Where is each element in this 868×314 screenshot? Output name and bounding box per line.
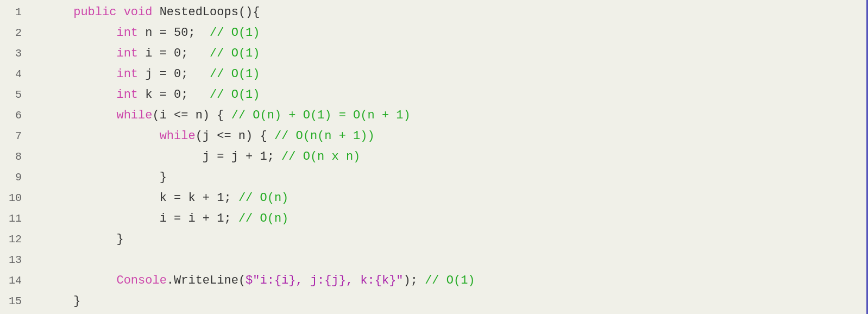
line-number-9: 9 [4,167,22,188]
code-segment: (j <= n) { [196,126,274,147]
code-segment: // O(1) [210,64,260,85]
code-segment: // O(n) + O(1) = O(n + 1) [231,105,411,126]
code-segment: public [73,2,116,23]
line-number-10: 10 [4,188,22,209]
code-segment: // O(1) [210,23,260,43]
code-line-8: j = j + 1; // O(n x n) [30,147,862,167]
code-segment [30,271,116,291]
line-number-5: 5 [4,85,22,105]
code-segment: while [160,126,196,147]
line-number-8: 8 [4,147,22,167]
line-number-13: 13 [4,250,22,271]
code-segment: while [116,105,152,126]
line-number-14: 14 [4,271,22,291]
line-number-12: 12 [4,229,22,250]
code-segment: // O(1) [210,85,260,105]
line-number-7: 7 [4,126,22,147]
code-line-2: int n = 50; // O(1) [30,23,862,43]
code-area: public void NestedLoops(){ int n = 50; /… [26,0,866,314]
line-number-1: 1 [4,2,22,23]
code-segment: int [116,64,138,85]
code-segment [116,2,123,23]
code-line-10: k = k + 1; // O(n) [30,188,862,209]
code-segment: // O(n x n) [281,147,360,167]
code-segment: int [116,85,138,105]
code-line-11: i = i + 1; // O(n) [30,209,862,229]
code-segment: i = 0; [138,43,210,64]
code-segment: $"i:{i}, j:{j}, k:{k}" [246,271,403,291]
code-line-5: int k = 0; // O(1) [30,85,862,105]
code-segment [30,43,116,64]
code-segment: } [30,167,167,188]
code-segment: } [30,291,80,312]
code-segment: k = k + 1; [30,188,238,209]
code-segment: // O(n(n + 1)) [274,126,375,147]
code-segment: ); [404,271,425,291]
code-segment [30,23,116,43]
code-line-1: public void NestedLoops(){ [30,2,862,23]
code-segment: k = 0; [138,85,210,105]
line-number-4: 4 [4,64,22,85]
code-segment: j = 0; [138,64,210,85]
line-number-6: 6 [4,105,22,126]
code-segment [30,2,73,23]
line-number-15: 15 [4,291,22,312]
code-segment: int [116,43,138,64]
code-line-9: } [30,167,862,188]
code-segment [30,64,116,85]
code-segment: Console [116,271,166,291]
code-segment: // O(n) [238,209,288,229]
code-segment [30,105,116,126]
line-number-3: 3 [4,43,22,64]
code-segment: // O(n) [238,188,288,209]
code-line-6: while(i <= n) { // O(n) + O(1) = O(n + 1… [30,105,862,126]
code-container: 123456789101112131415 public void Nested… [0,0,868,314]
code-line-12: } [30,229,862,250]
code-segment: n = 50; [138,23,210,43]
code-line-15: } [30,291,862,312]
code-segment: NestedLoops(){ [152,2,260,23]
code-segment [30,126,160,147]
code-segment: .WriteLine( [167,271,246,291]
line-number-11: 11 [4,209,22,229]
code-line-3: int i = 0; // O(1) [30,43,862,64]
code-segment: } [30,229,124,250]
code-segment: int [116,23,138,43]
code-segment: (i <= n) { [152,105,231,126]
code-segment: // O(1) [425,271,475,291]
code-segment: // O(1) [210,43,260,64]
code-segment: i = i + 1; [30,209,238,229]
code-segment: j = j + 1; [30,147,281,167]
line-number-2: 2 [4,23,22,43]
code-line-14: Console.WriteLine($"i:{i}, j:{j}, k:{k}"… [30,271,862,291]
code-segment [30,85,116,105]
code-line-4: int j = 0; // O(1) [30,64,862,85]
code-segment: void [124,2,153,23]
line-numbers: 123456789101112131415 [0,0,26,314]
code-line-13 [30,250,862,271]
code-line-7: while(j <= n) { // O(n(n + 1)) [30,126,862,147]
